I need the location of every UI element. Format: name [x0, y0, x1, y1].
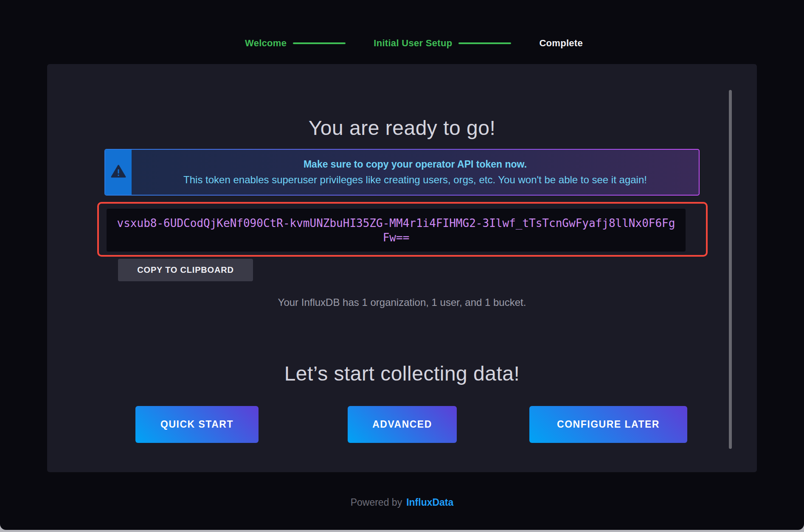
footer: Powered byInfluxData: [0, 497, 804, 508]
collect-data-heading: Let’s start collecting data!: [47, 362, 757, 385]
warning-text-block: Make sure to copy your operator API toke…: [132, 150, 699, 195]
warning-title: Make sure to copy your operator API toke…: [304, 159, 527, 170]
step-connector-1: [293, 42, 346, 44]
card-scrollbar[interactable]: [729, 90, 732, 449]
quick-start-button[interactable]: QUICK START: [135, 406, 259, 443]
step-connector-2: [458, 42, 511, 44]
setup-card: You are ready to go! Make sure to copy y…: [47, 64, 757, 472]
resource-summary-text: Your InfluxDB has 1 organization, 1 user…: [47, 297, 757, 308]
step-complete[interactable]: Complete: [539, 38, 583, 49]
onboarding-page: Welcome Initial User Setup Complete You …: [0, 0, 804, 530]
api-token-value: vsxub8-6UDCodQjKeNf090CtR-kvmUNZbuHI35ZG…: [115, 216, 677, 245]
advanced-button[interactable]: ADVANCED: [348, 406, 457, 443]
step-initial-user-setup[interactable]: Initial User Setup: [374, 38, 452, 49]
api-token-box: vsxub8-6UDCodQjKeNf090CtR-kvmUNZbuHI35ZG…: [107, 209, 686, 252]
warning-body: This token enables superuser privileges …: [183, 174, 647, 186]
ready-heading: You are ready to go!: [47, 116, 757, 140]
warning-icon: [111, 165, 126, 180]
setup-stepper: Welcome Initial User Setup Complete: [0, 36, 804, 50]
step-welcome[interactable]: Welcome: [245, 38, 287, 49]
token-warning-banner: Make sure to copy your operator API toke…: [104, 149, 700, 196]
influxdata-brand-link[interactable]: InfluxData: [406, 497, 453, 508]
copy-to-clipboard-button[interactable]: COPY TO CLIPBOARD: [118, 259, 253, 281]
warning-icon-panel: [105, 150, 132, 195]
configure-later-button[interactable]: CONFIGURE LATER: [529, 406, 687, 443]
powered-by-label: Powered by: [351, 497, 402, 508]
